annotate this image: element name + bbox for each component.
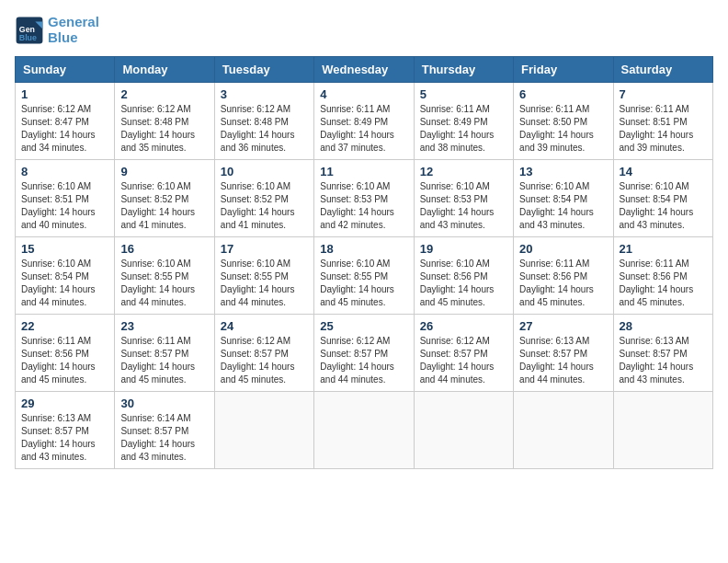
day-info: Sunrise: 6:11 AM Sunset: 8:56 PM Dayligh… — [519, 258, 607, 309]
day-info: Sunrise: 6:10 AM Sunset: 8:52 PM Dayligh… — [120, 180, 208, 232]
day-number: 7 — [620, 87, 707, 101]
day-cell-9: 9 Sunrise: 6:10 AM Sunset: 8:52 PM Dayli… — [115, 160, 214, 237]
day-cell-15: 15 Sunrise: 6:10 AM Sunset: 8:54 PM Dayl… — [16, 237, 115, 315]
day-cell-4: 4 Sunrise: 6:11 AM Sunset: 8:49 PM Dayli… — [314, 83, 414, 160]
day-info: Sunrise: 6:10 AM Sunset: 8:52 PM Dayligh… — [221, 180, 308, 232]
day-number: 17 — [221, 242, 308, 256]
logo-text-line1: General — [48, 15, 99, 30]
empty-cell — [414, 392, 513, 469]
day-info: Sunrise: 6:12 AM Sunset: 8:48 PM Dayligh… — [120, 103, 208, 155]
day-cell-21: 21 Sunrise: 6:11 AM Sunset: 8:56 PM Dayl… — [613, 237, 712, 315]
day-number: 22 — [21, 319, 108, 333]
calendar-header-sunday: Sunday — [16, 57, 115, 83]
day-cell-19: 19 Sunrise: 6:10 AM Sunset: 8:56 PM Dayl… — [414, 237, 513, 315]
day-number: 20 — [519, 242, 607, 256]
day-cell-20: 20 Sunrise: 6:11 AM Sunset: 8:56 PM Dayl… — [514, 237, 613, 315]
day-cell-3: 3 Sunrise: 6:12 AM Sunset: 8:48 PM Dayli… — [214, 83, 313, 160]
day-info: Sunrise: 6:11 AM Sunset: 8:56 PM Dayligh… — [21, 335, 108, 386]
day-cell-22: 22 Sunrise: 6:11 AM Sunset: 8:56 PM Dayl… — [16, 315, 115, 392]
week-row-5: 29 Sunrise: 6:13 AM Sunset: 8:57 PM Dayl… — [16, 392, 713, 469]
day-info: Sunrise: 6:10 AM Sunset: 8:55 PM Dayligh… — [120, 258, 208, 309]
week-row-2: 8 Sunrise: 6:10 AM Sunset: 8:51 PM Dayli… — [16, 160, 713, 237]
week-row-4: 22 Sunrise: 6:11 AM Sunset: 8:56 PM Dayl… — [16, 315, 713, 392]
day-number: 28 — [620, 319, 707, 333]
day-info: Sunrise: 6:13 AM Sunset: 8:57 PM Dayligh… — [21, 412, 108, 464]
day-info: Sunrise: 6:11 AM Sunset: 8:51 PM Dayligh… — [620, 103, 707, 155]
day-number: 13 — [519, 165, 607, 178]
day-number: 18 — [320, 242, 407, 256]
day-info: Sunrise: 6:10 AM Sunset: 8:54 PM Dayligh… — [519, 180, 607, 232]
day-number: 5 — [420, 87, 507, 101]
day-info: Sunrise: 6:12 AM Sunset: 8:57 PM Dayligh… — [320, 335, 407, 386]
day-number: 4 — [320, 87, 407, 101]
empty-cell — [214, 392, 313, 469]
calendar-body: 1 Sunrise: 6:12 AM Sunset: 8:47 PM Dayli… — [16, 83, 713, 469]
calendar-header-monday: Monday — [115, 57, 214, 83]
calendar-table: SundayMondayTuesdayWednesdayThursdayFrid… — [15, 56, 713, 469]
day-number: 30 — [120, 396, 208, 410]
day-cell-7: 7 Sunrise: 6:11 AM Sunset: 8:51 PM Dayli… — [613, 83, 712, 160]
day-info: Sunrise: 6:11 AM Sunset: 8:49 PM Dayligh… — [320, 103, 407, 155]
day-number: 19 — [420, 242, 507, 256]
day-cell-11: 11 Sunrise: 6:10 AM Sunset: 8:53 PM Dayl… — [314, 160, 414, 237]
logo-icon: Gen Blue — [15, 16, 44, 45]
day-info: Sunrise: 6:14 AM Sunset: 8:57 PM Dayligh… — [120, 412, 208, 464]
day-info: Sunrise: 6:11 AM Sunset: 8:57 PM Dayligh… — [120, 335, 208, 386]
day-cell-29: 29 Sunrise: 6:13 AM Sunset: 8:57 PM Dayl… — [16, 392, 115, 469]
day-number: 10 — [221, 165, 308, 178]
svg-text:Blue: Blue — [19, 33, 37, 42]
day-cell-13: 13 Sunrise: 6:10 AM Sunset: 8:54 PM Dayl… — [514, 160, 613, 237]
day-number: 11 — [320, 165, 407, 178]
day-number: 1 — [21, 87, 108, 101]
logo: Gen Blue General Blue — [15, 15, 99, 45]
day-info: Sunrise: 6:12 AM Sunset: 8:48 PM Dayligh… — [221, 103, 308, 155]
day-cell-17: 17 Sunrise: 6:10 AM Sunset: 8:55 PM Dayl… — [214, 237, 313, 315]
week-row-1: 1 Sunrise: 6:12 AM Sunset: 8:47 PM Dayli… — [16, 83, 713, 160]
day-cell-12: 12 Sunrise: 6:10 AM Sunset: 8:53 PM Dayl… — [414, 160, 513, 237]
day-cell-27: 27 Sunrise: 6:13 AM Sunset: 8:57 PM Dayl… — [514, 315, 613, 392]
day-info: Sunrise: 6:10 AM Sunset: 8:55 PM Dayligh… — [221, 258, 308, 309]
day-info: Sunrise: 6:11 AM Sunset: 8:50 PM Dayligh… — [519, 103, 607, 155]
calendar-header-saturday: Saturday — [613, 57, 712, 83]
day-info: Sunrise: 6:10 AM Sunset: 8:56 PM Dayligh… — [420, 258, 507, 309]
svg-text:Gen: Gen — [19, 24, 35, 33]
day-number: 9 — [120, 165, 208, 178]
day-cell-5: 5 Sunrise: 6:11 AM Sunset: 8:49 PM Dayli… — [414, 83, 513, 160]
day-number: 12 — [420, 165, 507, 178]
calendar-header-tuesday: Tuesday — [214, 57, 313, 83]
day-cell-14: 14 Sunrise: 6:10 AM Sunset: 8:54 PM Dayl… — [613, 160, 712, 237]
day-info: Sunrise: 6:10 AM Sunset: 8:53 PM Dayligh… — [320, 180, 407, 232]
logo-text-line2: Blue — [48, 30, 99, 46]
day-cell-24: 24 Sunrise: 6:12 AM Sunset: 8:57 PM Dayl… — [214, 315, 313, 392]
day-cell-6: 6 Sunrise: 6:11 AM Sunset: 8:50 PM Dayli… — [514, 83, 613, 160]
day-number: 24 — [221, 319, 308, 333]
week-row-3: 15 Sunrise: 6:10 AM Sunset: 8:54 PM Dayl… — [16, 237, 713, 315]
day-cell-1: 1 Sunrise: 6:12 AM Sunset: 8:47 PM Dayli… — [16, 83, 115, 160]
calendar-header-wednesday: Wednesday — [314, 57, 414, 83]
day-info: Sunrise: 6:10 AM Sunset: 8:54 PM Dayligh… — [620, 180, 707, 232]
day-number: 27 — [519, 319, 607, 333]
day-info: Sunrise: 6:10 AM Sunset: 8:54 PM Dayligh… — [21, 258, 108, 309]
calendar-header-thursday: Thursday — [414, 57, 513, 83]
day-number: 26 — [420, 319, 507, 333]
empty-cell — [514, 392, 613, 469]
day-info: Sunrise: 6:11 AM Sunset: 8:49 PM Dayligh… — [420, 103, 507, 155]
day-cell-10: 10 Sunrise: 6:10 AM Sunset: 8:52 PM Dayl… — [214, 160, 313, 237]
day-info: Sunrise: 6:13 AM Sunset: 8:57 PM Dayligh… — [519, 335, 607, 386]
day-number: 29 — [21, 396, 108, 410]
day-info: Sunrise: 6:10 AM Sunset: 8:51 PM Dayligh… — [21, 180, 108, 232]
day-cell-8: 8 Sunrise: 6:10 AM Sunset: 8:51 PM Dayli… — [16, 160, 115, 237]
day-number: 21 — [620, 242, 707, 256]
day-number: 2 — [120, 87, 208, 101]
day-cell-18: 18 Sunrise: 6:10 AM Sunset: 8:55 PM Dayl… — [314, 237, 414, 315]
day-cell-2: 2 Sunrise: 6:12 AM Sunset: 8:48 PM Dayli… — [115, 83, 214, 160]
calendar-header-row: SundayMondayTuesdayWednesdayThursdayFrid… — [16, 57, 713, 83]
day-info: Sunrise: 6:10 AM Sunset: 8:55 PM Dayligh… — [320, 258, 407, 309]
day-cell-16: 16 Sunrise: 6:10 AM Sunset: 8:55 PM Dayl… — [115, 237, 214, 315]
day-number: 25 — [320, 319, 407, 333]
day-cell-23: 23 Sunrise: 6:11 AM Sunset: 8:57 PM Dayl… — [115, 315, 214, 392]
day-number: 15 — [21, 242, 108, 256]
day-cell-25: 25 Sunrise: 6:12 AM Sunset: 8:57 PM Dayl… — [314, 315, 414, 392]
day-number: 3 — [221, 87, 308, 101]
day-info: Sunrise: 6:12 AM Sunset: 8:47 PM Dayligh… — [21, 103, 108, 155]
